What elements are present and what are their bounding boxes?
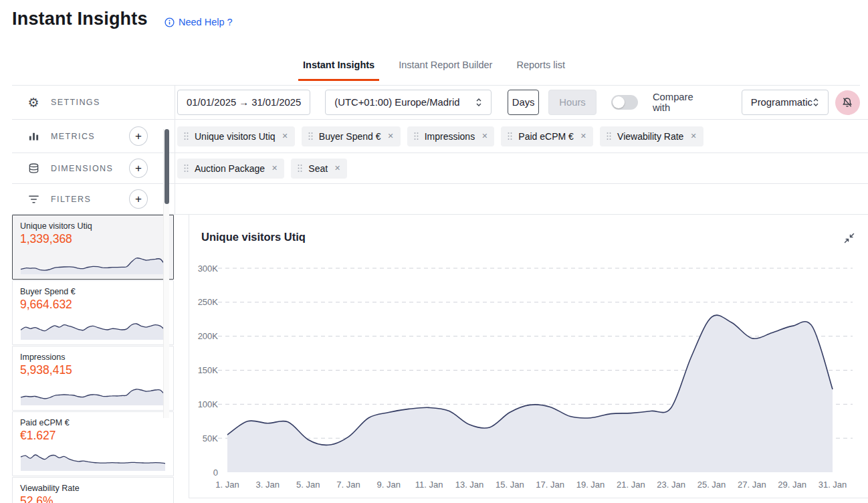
svg-text:100K: 100K <box>198 399 219 409</box>
tab-reports-list[interactable]: Reports list <box>512 57 570 81</box>
svg-text:21. Jan: 21. Jan <box>617 480 645 490</box>
metric-chip[interactable]: Impressions ✕ <box>407 126 495 146</box>
bell-slash-icon <box>841 96 853 108</box>
settings-toolbar: 01/01/2025 → 31/01/2025 (UTC+01:00) Euro… <box>175 86 868 120</box>
metric-card-viewability-rate[interactable]: Viewability Rate 52.6% <box>12 477 174 503</box>
settings-label: SETTINGS <box>51 98 100 107</box>
chip-label: Paid eCPM € <box>518 131 573 142</box>
svg-text:25. Jan: 25. Jan <box>697 480 726 490</box>
dataset-select[interactable]: Programmatic <box>742 90 829 115</box>
drag-handle-icon[interactable] <box>414 132 419 140</box>
chevron-up-down-icon <box>475 97 482 108</box>
metric-chip[interactable]: Buyer Spend € ✕ <box>302 126 401 146</box>
metrics-label: METRICS <box>51 132 95 141</box>
need-help-link[interactable]: Need Help ? <box>165 17 233 27</box>
add-filter-button[interactable]: + <box>129 189 148 209</box>
svg-text:5. Jan: 5. Jan <box>296 480 320 490</box>
svg-text:27. Jan: 27. Jan <box>738 480 766 490</box>
compare-toggle[interactable] <box>611 95 638 110</box>
sidebar-item-dimensions[interactable]: DIMENSIONS + <box>12 153 175 184</box>
main-chart-panel: Unique visitors Utiq 050K100K150K200K250… <box>189 215 868 498</box>
drag-handle-icon[interactable] <box>298 164 302 173</box>
sparkline-chart <box>20 451 166 472</box>
dimensions-chip-row: Auction Package ✕ Seat ✕ <box>175 153 868 184</box>
svg-text:3. Jan: 3. Jan <box>256 480 280 490</box>
chip-label: Unique visitors Utiq <box>195 131 276 142</box>
granularity-hours-button[interactable]: Hours <box>548 90 596 115</box>
sidebar-item-filters[interactable]: FILTERS + <box>12 184 175 215</box>
compare-with-label: Compare with <box>653 92 711 113</box>
scrollbar-thumb[interactable] <box>165 129 169 204</box>
tab-instant-report-builder[interactable]: Instant Report Builder <box>394 57 497 81</box>
timezone-select[interactable]: (UTC+01:00) Europe/Madrid <box>325 90 492 115</box>
drag-handle-icon[interactable] <box>184 132 189 140</box>
drag-handle-icon[interactable] <box>184 164 189 173</box>
metric-chip[interactable]: Viewability Rate ✕ <box>600 126 703 146</box>
svg-text:7. Jan: 7. Jan <box>336 480 360 490</box>
toggle-knob <box>613 96 625 108</box>
main-tabs: Instant Insights Instant Report Builder … <box>0 57 868 81</box>
remove-chip-icon[interactable]: ✕ <box>282 132 288 140</box>
page-title: Instant Insights <box>12 9 148 29</box>
sparkline-chart <box>20 320 166 340</box>
cards-scrollbar[interactable] <box>163 129 169 418</box>
remove-chip-icon[interactable]: ✕ <box>690 132 696 140</box>
svg-text:200K: 200K <box>198 331 219 341</box>
days-label: Days <box>512 97 535 108</box>
bar-chart-icon <box>27 130 40 142</box>
svg-text:150K: 150K <box>198 365 219 375</box>
remove-chip-icon[interactable]: ✕ <box>580 132 586 140</box>
metric-card-buyer-spend[interactable]: Buyer Spend € 9,664.632 <box>12 280 174 345</box>
add-dimension-button[interactable]: + <box>129 159 148 178</box>
dimension-chip[interactable]: Seat ✕ <box>291 159 347 179</box>
drag-handle-icon[interactable] <box>308 132 313 140</box>
remove-chip-icon[interactable]: ✕ <box>387 132 393 140</box>
database-icon <box>27 163 40 174</box>
chip-label: Impressions <box>425 131 475 142</box>
sparkline-chart <box>20 386 166 406</box>
svg-text:50K: 50K <box>203 433 218 443</box>
chart-area: Unique visitors Utiq 050K100K150K200K250… <box>175 215 868 503</box>
chip-label: Viewability Rate <box>617 131 683 142</box>
metric-card-unique-visitors[interactable]: Unique visitors Utiq 1,339,368 <box>12 215 174 280</box>
remove-chip-icon[interactable]: ✕ <box>272 164 278 173</box>
sidebar-item-settings[interactable]: ⚙ SETTINGS <box>12 86 175 120</box>
card-value: 1,339,368 <box>20 232 166 246</box>
metric-chip[interactable]: Paid eCPM € ✕ <box>501 126 593 146</box>
metric-chip[interactable]: Unique visitors Utiq ✕ <box>177 126 295 146</box>
metrics-chip-row: Unique visitors Utiq ✕ Buyer Spend € ✕ I… <box>175 120 868 153</box>
tab-instant-insights[interactable]: Instant Insights <box>298 57 379 81</box>
card-title: Buyer Spend € <box>20 287 166 296</box>
metric-card-paid-ecpm[interactable]: Paid eCPM € €1.627 <box>12 411 174 476</box>
drag-handle-icon[interactable] <box>607 132 611 140</box>
svg-text:17. Jan: 17. Jan <box>536 480 564 490</box>
alerts-off-button[interactable] <box>835 90 860 115</box>
need-help-label: Need Help ? <box>179 17 233 27</box>
main-layout: ⚙ SETTINGS 01/01/2025 → 31/01/2025 (UTC+… <box>12 85 860 503</box>
chip-label: Seat <box>308 163 328 174</box>
chevron-up-down-icon <box>812 97 819 108</box>
remove-chip-icon[interactable]: ✕ <box>334 164 340 173</box>
granularity-days-button[interactable]: Days <box>508 90 539 115</box>
metric-card-impressions[interactable]: Impressions 5,938,415 <box>12 346 174 411</box>
gear-icon: ⚙ <box>27 95 40 110</box>
svg-text:300K: 300K <box>198 264 219 274</box>
card-title: Paid eCPM € <box>20 418 166 427</box>
add-metric-button[interactable]: + <box>129 126 148 146</box>
sidebar-item-metrics[interactable]: METRICS + <box>12 120 175 153</box>
sparkline-chart <box>20 255 166 275</box>
svg-text:1. Jan: 1. Jan <box>215 480 239 490</box>
date-range-picker[interactable]: 01/01/2025 → 31/01/2025 <box>177 90 310 115</box>
date-range-value: 01/01/2025 → 31/01/2025 <box>187 97 301 108</box>
svg-text:29. Jan: 29. Jan <box>778 480 806 490</box>
dimension-chip[interactable]: Auction Package ✕ <box>177 159 284 179</box>
drag-handle-icon[interactable] <box>508 132 512 140</box>
metric-cards-list: Unique visitors Utiq 1,339,368 Buyer Spe… <box>12 215 175 503</box>
chip-label: Auction Package <box>195 163 265 174</box>
instant-insights-page: Instant Insights Need Help ? Instant Ins… <box>0 0 868 503</box>
hours-label: Hours <box>559 97 585 108</box>
svg-text:0: 0 <box>213 468 218 478</box>
card-value: €1.627 <box>20 429 166 443</box>
remove-chip-icon[interactable]: ✕ <box>481 132 487 140</box>
svg-text:31. Jan: 31. Jan <box>819 480 847 490</box>
